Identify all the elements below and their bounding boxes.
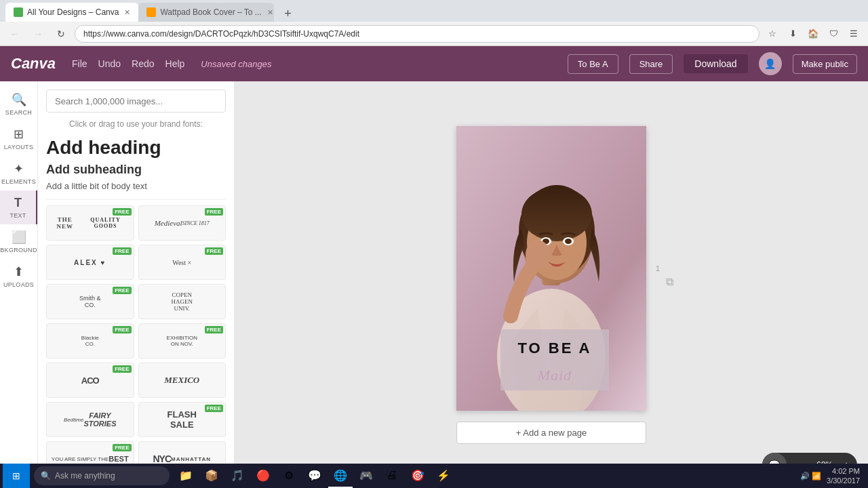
- canva-ext-btn[interactable]: ⬇: [784, 25, 802, 43]
- font-item-9[interactable]: ACO FREE: [46, 363, 134, 398]
- sidebar-item-search[interactable]: 🔍 SEARCH: [0, 87, 37, 121]
- taskbar-app-chat[interactable]: 💬: [302, 464, 327, 488]
- bookmark-btn[interactable]: ☆: [764, 25, 781, 43]
- taskbar-app-settings[interactable]: ⚙: [277, 464, 301, 488]
- taskbar: ⊞ 🔍 Ask me anything 📁 📦 🎵 🔴 ⚙ 💬 🌐 🎮 🖨 🎯 …: [0, 464, 868, 488]
- font-item-8[interactable]: EXHIBITIONON NOV. FREE: [138, 323, 226, 359]
- app: Canva File Undo Redo Help Unsaved change…: [0, 46, 868, 488]
- font-item-7[interactable]: BlackieCO. FREE: [46, 323, 134, 359]
- download-btn[interactable]: Download: [684, 54, 747, 73]
- share-btn[interactable]: Share: [629, 54, 673, 74]
- home-btn[interactable]: 🏠: [804, 25, 822, 43]
- date: 3/30/2017: [827, 476, 860, 485]
- font-item-5[interactable]: Smith &CO. FREE: [46, 284, 134, 319]
- taskbar-app-browser[interactable]: 🌐: [328, 464, 353, 488]
- shield-btn[interactable]: 🛡: [825, 25, 842, 43]
- font-item-10[interactable]: MEXICO: [138, 363, 226, 398]
- topnav: Canva File Undo Redo Help Unsaved change…: [0, 46, 868, 81]
- taskbar-app-explorer[interactable]: 📁: [174, 464, 198, 488]
- sidebar-layouts-label: LAYOUTS: [4, 144, 33, 150]
- address-bar[interactable]: [75, 25, 760, 43]
- sidebar-item-uploads[interactable]: ⬆ UPLOADS: [0, 259, 37, 293]
- page-number: 1: [656, 264, 660, 272]
- tab2-label: Wattpad Book Cover – To ...: [160, 7, 261, 17]
- undo-menu[interactable]: Undo: [98, 58, 121, 69]
- font-badge-1: FREE: [113, 208, 131, 216]
- add-body[interactable]: Add a little bit of body text: [46, 181, 226, 191]
- sidebar-elements-label: ELEMENTS: [1, 178, 36, 185]
- make-public-btn[interactable]: Make public: [793, 54, 857, 74]
- font-item-11[interactable]: BedtimeFAIRYSTORIES: [46, 402, 134, 437]
- forward-button[interactable]: →: [28, 24, 47, 43]
- divider: [46, 199, 226, 200]
- browser-titlebar: All Your Designs – Canva ✕ Wattpad Book …: [0, 0, 868, 22]
- font-badge-5: FREE: [113, 287, 131, 294]
- menu-btn[interactable]: ☰: [845, 25, 863, 43]
- font-item-12[interactable]: FLASHSALE FREE: [138, 402, 226, 437]
- back-button[interactable]: ←: [5, 24, 24, 43]
- taskbar-app-print[interactable]: 🖨: [380, 464, 404, 488]
- font-badge-3: FREE: [113, 247, 131, 255]
- start-button[interactable]: ⊞: [3, 464, 30, 488]
- font-item-1[interactable]: THE NEWQUALITY GOODS FREE: [46, 205, 134, 241]
- taskbar-apps: 📁 📦 🎵 🔴 ⚙ 💬 🌐 🎮 🖨 🎯 ⚡: [174, 464, 456, 488]
- avatar[interactable]: 👤: [759, 52, 782, 75]
- taskbar-app-music[interactable]: 🎵: [225, 464, 250, 488]
- add-page-btn[interactable]: + Add a new page: [456, 422, 646, 444]
- tray-icons: 🔊 📶: [800, 472, 821, 481]
- font-sample-6: COPENHAGENUNIV.: [139, 285, 226, 319]
- font-badge-8: FREE: [205, 326, 223, 333]
- layouts-icon: ⊞: [14, 127, 24, 142]
- background-icon: ⬜: [12, 230, 26, 245]
- sidebar-item-elements[interactable]: ✦ ELEMENTS: [0, 156, 37, 190]
- sidebar-item-background[interactable]: ⬜ BKGROUND: [0, 224, 37, 259]
- help-menu[interactable]: Help: [165, 58, 185, 69]
- taskbar-app-target[interactable]: 🎯: [406, 464, 430, 488]
- svg-point-10: [565, 239, 572, 244]
- font-item-6[interactable]: COPENHAGENUNIV.: [138, 284, 226, 319]
- font-item-3[interactable]: ALEX ♥ FREE: [46, 245, 134, 280]
- taskbar-app-game2[interactable]: 🎮: [354, 464, 378, 488]
- design-title-btn[interactable]: To Be A: [568, 54, 618, 74]
- font-item-4[interactable]: West × FREE: [138, 245, 226, 280]
- font-badge-7: FREE: [113, 326, 131, 333]
- browser-tab-1[interactable]: All Your Designs – Canva ✕: [5, 3, 138, 22]
- redo-menu[interactable]: Redo: [132, 58, 154, 69]
- elements-icon: ✦: [14, 161, 24, 176]
- add-heading[interactable]: Add heading: [46, 137, 226, 159]
- svg-text:Maid: Maid: [537, 367, 572, 384]
- search-icon: 🔍: [12, 92, 26, 107]
- taskbar-app-power[interactable]: ⚡: [431, 464, 456, 488]
- design-canvas[interactable]: TO BE A Maid: [456, 126, 646, 411]
- taskbar-app-store[interactable]: 📦: [199, 464, 224, 488]
- tab2-favicon: [146, 7, 156, 17]
- canvas-area: TO BE A Maid 1 ⧉ + Add a new page 💬 − 68…: [235, 81, 868, 488]
- tab1-favicon: [14, 7, 23, 17]
- unsaved-changes: Unsaved changes: [201, 59, 271, 69]
- refresh-button[interactable]: ↻: [52, 24, 71, 43]
- file-menu[interactable]: File: [72, 58, 87, 69]
- sidebar-item-layouts[interactable]: ⊞ LAYOUTS: [0, 121, 37, 156]
- tray-time: 4:02 PM 3/30/2017: [827, 466, 860, 486]
- clock: 4:02 PM: [827, 466, 860, 476]
- browser-tab-2[interactable]: Wattpad Book Cover – To ... ✕: [138, 3, 274, 22]
- tab2-close[interactable]: ✕: [267, 8, 273, 17]
- copy-page-btn[interactable]: ⧉: [666, 276, 673, 288]
- sidebar-item-text[interactable]: T TEXT: [0, 190, 37, 224]
- font-badge-12: FREE: [205, 405, 223, 412]
- tab1-close[interactable]: ✕: [124, 8, 130, 17]
- taskbar-tray: 🔊 📶 4:02 PM 3/30/2017: [795, 466, 865, 486]
- new-tab-button[interactable]: +: [278, 5, 297, 22]
- font-badge-13: FREE: [113, 444, 131, 451]
- sidebar-bkground-label: BKGROUND: [0, 247, 37, 253]
- svg-text:TO BE A: TO BE A: [517, 340, 591, 357]
- canva-logo[interactable]: Canva: [11, 55, 56, 73]
- text-panel: Click or drag to use your brand fonts: A…: [38, 81, 235, 488]
- brand-fonts-label: Click or drag to use your brand fonts:: [46, 119, 226, 129]
- taskbar-search[interactable]: 🔍 Ask me anything: [34, 466, 170, 485]
- add-subheading[interactable]: Add subheading: [46, 163, 226, 177]
- taskbar-app-game[interactable]: 🔴: [251, 464, 275, 488]
- font-item-2[interactable]: MedievalSINCE 1817 FREE: [138, 205, 226, 241]
- search-input[interactable]: [46, 89, 226, 113]
- uploads-icon: ⬆: [14, 264, 24, 279]
